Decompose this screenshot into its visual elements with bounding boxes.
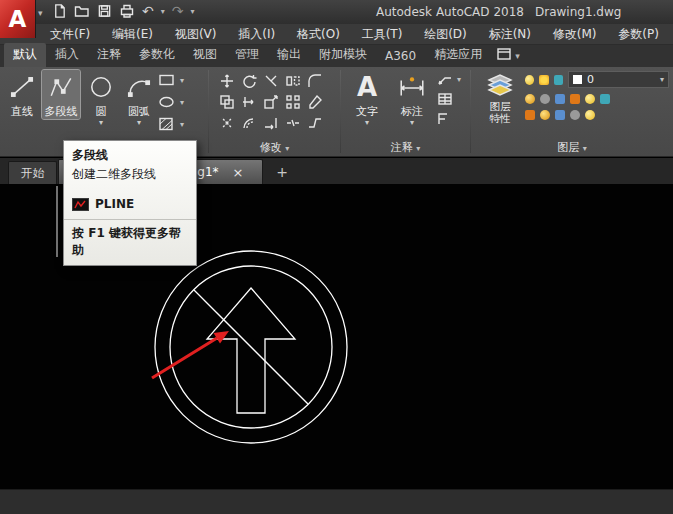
tool-dimension-caret-icon[interactable]: ▾ (410, 119, 414, 127)
layer-properties-button[interactable]: 图层 特性 (479, 70, 521, 124)
tool-markup[interactable] (437, 112, 461, 126)
tool-rectangle[interactable]: ▾ (158, 72, 184, 88)
layer-select-dropdown[interactable]: 0 ▾ (568, 71, 669, 88)
file-tab-start[interactable]: 开始 (8, 161, 57, 184)
plot-icon[interactable] (119, 3, 135, 19)
tooltip-command: PLINE (95, 197, 134, 211)
layer-tool-icon[interactable] (585, 94, 595, 104)
menu-item-dimension[interactable]: 标注(N) (485, 25, 535, 44)
menu-item-view[interactable]: 视图(V) (171, 25, 221, 44)
tool-dimension-label: 标注 (401, 104, 423, 119)
tool-circle[interactable]: 圆 ▾ (82, 70, 120, 127)
qat-customize-caret-icon[interactable]: ▾ (190, 7, 194, 16)
modify-fillet-icon[interactable] (305, 72, 325, 90)
save-icon[interactable] (97, 3, 112, 19)
modify-move-icon[interactable] (217, 72, 237, 90)
panel-label-layers[interactable]: 图层 ▾ (471, 140, 673, 155)
modify-trim-icon[interactable] (261, 72, 281, 90)
tool-circle-caret-icon[interactable]: ▾ (99, 119, 103, 127)
modify-rotate-icon[interactable] (239, 72, 259, 90)
prohibition-slash-entity[interactable] (194, 290, 308, 404)
modify-copy-icon[interactable] (217, 93, 237, 111)
layer-tool-icon[interactable] (555, 110, 565, 120)
red-annotation-arrow (152, 331, 229, 378)
menu-item-tools[interactable]: 工具(T) (358, 25, 407, 44)
menu-item-modify[interactable]: 修改(M) (549, 25, 601, 44)
redo-icon[interactable]: ↷ (172, 3, 184, 19)
new-drawing-tab-button[interactable]: + (272, 162, 292, 182)
ribbon-tab-parametric[interactable]: 参数化 (130, 43, 184, 67)
file-tab-close-icon[interactable]: × (233, 165, 244, 180)
menu-bar: 文件(F) 编辑(E) 视图(V) 插入(I) 格式(O) 工具(T) 绘图(D… (0, 24, 673, 45)
new-file-icon[interactable] (52, 3, 67, 19)
ribbon-tab-add-ins[interactable]: 附加模块 (310, 43, 376, 67)
tool-text[interactable]: A 文字 ▾ (348, 70, 386, 127)
modify-stretch-icon[interactable] (239, 93, 259, 111)
ribbon-tab-annotate[interactable]: 注释 (88, 43, 130, 67)
tool-dimension[interactable]: 标注 ▾ (393, 70, 431, 127)
undo-caret-icon[interactable]: ▾ (161, 7, 165, 16)
tool-leader-caret-icon[interactable]: ▾ (457, 75, 461, 84)
modify-explode-icon[interactable] (217, 114, 237, 132)
menu-item-file[interactable]: 文件(F) (46, 25, 94, 44)
menu-item-format[interactable]: 格式(O) (293, 25, 344, 44)
ribbon-tab-a360[interactable]: A360 (376, 46, 425, 67)
layer-tool-icon[interactable] (525, 94, 535, 104)
open-file-icon[interactable] (74, 3, 90, 19)
tool-polyline[interactable]: 多段线 (42, 70, 80, 119)
tool-polyline-label: 多段线 (45, 104, 78, 119)
menu-item-insert[interactable]: 插入(I) (234, 25, 279, 44)
modify-mirror-icon[interactable] (283, 72, 303, 90)
arrow-polyline-entity[interactable] (207, 288, 295, 413)
tool-ellipse[interactable]: ▾ (158, 94, 184, 110)
layer-on-icon[interactable] (525, 75, 534, 85)
tool-rectangle-caret-icon[interactable]: ▾ (180, 76, 184, 85)
tool-line-label: 直线 (11, 104, 33, 119)
app-menu-caret-icon[interactable]: ▾ (38, 8, 43, 18)
layer-thaw-icon[interactable] (539, 75, 548, 85)
modify-scale-icon[interactable] (261, 93, 281, 111)
layer-tool-icon[interactable] (570, 94, 580, 104)
ribbon-tab-view[interactable]: 视图 (184, 43, 226, 67)
panel-label-annotate[interactable]: 注释 ▾ (341, 140, 470, 155)
tool-hatch-caret-icon[interactable]: ▾ (180, 120, 184, 129)
ribbon-tab-home[interactable]: 默认 (4, 43, 46, 67)
tool-table[interactable] (437, 92, 461, 106)
ribbon-tab-output[interactable]: 输出 (268, 43, 310, 67)
tool-arc-caret-icon[interactable]: ▾ (137, 119, 141, 127)
layer-lock-icon[interactable] (554, 75, 563, 85)
tooltip-help-text: 按 F1 键获得更多帮助 (64, 219, 196, 265)
panel-label-modify[interactable]: 修改 ▾ (209, 140, 340, 155)
tool-ellipse-caret-icon[interactable]: ▾ (180, 98, 184, 107)
layer-tool-icon[interactable] (540, 94, 550, 104)
modify-join-icon[interactable] (305, 114, 325, 132)
menu-item-draw[interactable]: 绘图(D) (420, 25, 471, 44)
undo-icon[interactable]: ↶ (142, 3, 154, 19)
modify-array-icon[interactable] (283, 93, 303, 111)
layer-tool-icon[interactable] (600, 94, 610, 104)
modify-extend-icon[interactable] (261, 114, 281, 132)
ribbon-display-caret-icon[interactable]: ▾ (515, 51, 520, 61)
layer-tool-icon[interactable] (585, 110, 595, 120)
tool-line[interactable]: 直线 (3, 70, 41, 119)
ribbon-tab-manage[interactable]: 管理 (226, 43, 268, 67)
ribbon-tab-insert[interactable]: 插入 (46, 43, 88, 67)
layer-tool-icon[interactable] (540, 110, 550, 120)
menu-item-parametric[interactable]: 参数(P) (614, 25, 663, 44)
modify-erase-icon[interactable] (305, 93, 325, 111)
layer-tool-icon[interactable] (525, 110, 535, 120)
modify-break-icon[interactable] (283, 114, 303, 132)
layer-tool-icon[interactable] (570, 110, 580, 120)
ribbon-tab-featured-apps[interactable]: 精选应用 (425, 43, 491, 67)
layer-tool-icon[interactable] (555, 94, 565, 104)
tool-arc[interactable]: 圆弧 ▾ (120, 70, 158, 127)
line-icon (5, 70, 39, 104)
tool-text-caret-icon[interactable]: ▾ (365, 119, 369, 127)
tool-leader[interactable]: ▾ (437, 72, 461, 86)
tool-circle-label: 圆 (96, 104, 107, 119)
tool-hatch[interactable]: ▾ (158, 116, 184, 132)
modify-offset-icon[interactable] (239, 114, 259, 132)
ribbon-display-icon[interactable] (497, 48, 511, 63)
autocad-logo[interactable]: A (0, 0, 36, 38)
menu-item-edit[interactable]: 编辑(E) (108, 25, 157, 44)
